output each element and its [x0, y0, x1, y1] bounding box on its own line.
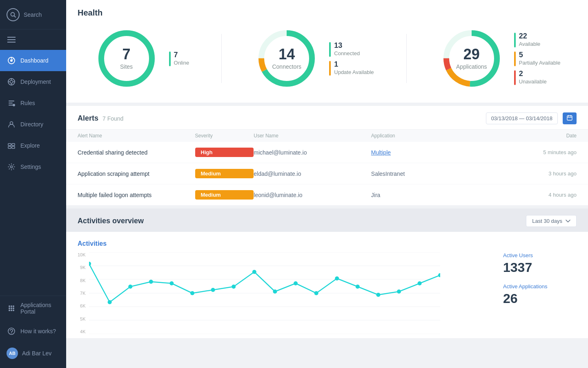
sidebar-item-dashboard[interactable]: Dashboard — [0, 50, 66, 71]
sites-legend: 7 Online — [169, 51, 189, 66]
svg-point-32 — [11, 333, 12, 334]
svg-point-68 — [397, 289, 401, 294]
user-profile-button[interactable]: AB Adi Bar Lev — [0, 342, 66, 365]
y-6k: 6K — [78, 303, 86, 308]
col-user-name: User Name — [254, 133, 371, 139]
apps-unavailable-desc: Unavailable — [519, 79, 547, 85]
severity-badge-1: Medium — [195, 169, 254, 178]
col-application: Application — [371, 133, 489, 139]
activities-header: Activities overview Last 30 days — [66, 209, 588, 232]
connectors-number: 14 — [272, 47, 301, 62]
how-it-works-button[interactable]: How it works? — [0, 321, 66, 342]
sites-label: Sites — [120, 63, 133, 70]
period-select[interactable]: Last 30 days — [526, 215, 577, 227]
sidebar-item-deployment-label: Deployment — [20, 79, 51, 85]
alert-app-1: SalesIntranet — [371, 171, 489, 177]
search-label: Search — [24, 11, 42, 18]
svg-point-53 — [89, 262, 91, 266]
alerts-table-header: Alert Name Severity User Name Applicatio… — [66, 130, 588, 142]
col-date: Date — [488, 133, 577, 139]
svg-rect-20 — [12, 146, 15, 148]
activity-chart — [89, 252, 440, 334]
svg-point-23 — [11, 305, 12, 307]
y-10k: 10K — [78, 252, 86, 257]
svg-point-24 — [13, 305, 14, 307]
svg-point-22 — [9, 305, 10, 307]
health-section: Health 7 Sites — [66, 0, 588, 103]
y-8k: 8K — [78, 278, 86, 283]
calendar-button[interactable] — [563, 112, 577, 124]
search-button[interactable]: Search — [0, 0, 66, 29]
apps-portal-icon — [7, 303, 16, 313]
table-row: Credential sharing detected High michael… — [66, 142, 588, 163]
connectors-legend: 13 Connected 1 Update Available — [329, 41, 374, 76]
hamburger-button[interactable] — [0, 29, 66, 50]
svg-point-30 — [13, 310, 14, 311]
connectors-connected-desc: Connected — [334, 50, 360, 56]
svg-point-57 — [169, 281, 174, 285]
sites-online-desc: Online — [174, 60, 189, 66]
alert-user-1: eldad@luminate.io — [254, 171, 371, 177]
applications-donut: 29 Applications — [439, 26, 504, 91]
chart-area: 10K 9K 8K 7K 6K 5K 4K — [78, 252, 487, 334]
sites-online-bar — [169, 52, 171, 66]
connectors-card: 14 Connectors 13 Connected — [254, 26, 374, 91]
svg-point-59 — [211, 288, 215, 292]
applications-portal-button[interactable]: Applications Portal — [0, 296, 66, 321]
y-9k: 9K — [78, 265, 86, 270]
sidebar-item-deployment[interactable]: Deployment — [0, 71, 66, 92]
alerts-title-group: Alerts 7 Found — [78, 114, 123, 123]
active-users-label: Active Users — [503, 252, 577, 258]
alert-name-2: Multiple failed logon attempts — [78, 192, 195, 198]
svg-line-1 — [14, 16, 16, 17]
rules-icon — [7, 98, 16, 108]
date-picker[interactable]: 03/13/2018 — 03/14/2018 — [486, 112, 558, 124]
alert-app-2: Jira — [371, 192, 489, 198]
connectors-update-num: 1 — [334, 60, 374, 69]
sidebar-item-explore[interactable]: Explore — [0, 135, 66, 156]
sidebar-item-rules[interactable]: Rules — [0, 92, 66, 114]
svg-point-55 — [128, 285, 132, 289]
svg-point-54 — [107, 300, 111, 304]
svg-point-15 — [13, 104, 15, 106]
svg-point-65 — [335, 276, 339, 280]
main-content: Health 7 Sites — [66, 0, 588, 368]
svg-point-21 — [11, 166, 13, 168]
table-row: Application scraping attempt Medium elda… — [66, 163, 588, 184]
svg-point-58 — [190, 291, 194, 295]
svg-point-28 — [9, 310, 10, 311]
deployment-icon — [7, 77, 16, 87]
directory-icon — [7, 119, 16, 129]
svg-point-56 — [149, 280, 153, 284]
svg-rect-17 — [8, 144, 11, 146]
col-severity: Severity — [195, 133, 254, 139]
alerts-section: Alerts 7 Found 03/13/2018 — 03/14/2018 — [66, 106, 588, 205]
apps-partial-desc: Partially Available — [519, 60, 561, 66]
connectors-center: 14 Connectors — [272, 47, 301, 70]
sidebar-nav: Dashboard Deployment — [0, 50, 66, 296]
apps-available-num: 22 — [519, 32, 541, 41]
sites-donut: 7 Sites — [94, 26, 159, 91]
chart-svg-wrap: 10K 9K 8K 7K 6K 5K 4K — [78, 252, 487, 334]
svg-point-62 — [273, 289, 277, 294]
active-users-stat: Active Users 1337 — [503, 252, 577, 275]
sidebar-bottom: Applications Portal How it works? AB Adi… — [0, 296, 66, 368]
sidebar-item-explore-label: Explore — [20, 142, 40, 149]
svg-point-7 — [10, 81, 13, 83]
svg-line-5 — [13, 58, 14, 60]
active-users-value: 1337 — [503, 260, 577, 275]
active-applications-label: Active Applications — [503, 283, 577, 289]
sidebar-item-directory[interactable]: Directory — [0, 114, 66, 135]
svg-point-69 — [417, 281, 421, 285]
col-alert-name: Alert Name — [78, 133, 195, 139]
stats-panel: Active Users 1337 Active Applications 26 — [495, 252, 577, 334]
sidebar-item-settings[interactable]: Settings — [0, 156, 66, 177]
svg-point-3 — [10, 59, 13, 62]
alert-user-2: leonid@luminate.io — [254, 192, 371, 198]
applications-number: 29 — [456, 47, 487, 62]
alert-app-0[interactable]: Multiple — [371, 149, 489, 156]
svg-rect-42 — [567, 116, 572, 120]
active-applications-value: 26 — [503, 291, 577, 306]
how-it-works-icon — [7, 326, 16, 336]
applications-label: Applications — [456, 63, 487, 70]
